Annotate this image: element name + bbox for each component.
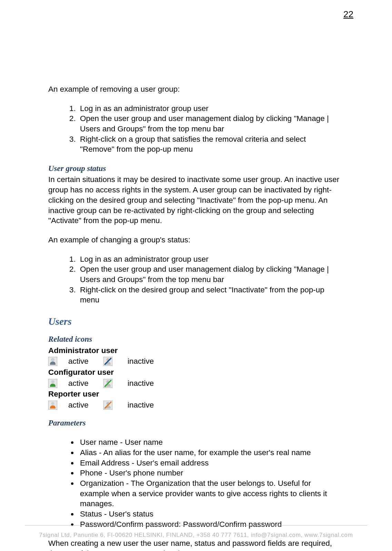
list-item: Open the user group and user management …: [78, 264, 341, 284]
list-item: Log in as an administrator group user: [78, 103, 341, 114]
paragraph: When creating a new user the user name, …: [48, 538, 341, 551]
admin-inactive-icon: [103, 357, 128, 366]
label-reporter-user: Reporter user: [48, 389, 341, 399]
config-inactive-icon: [103, 379, 128, 388]
heading-users: Users: [48, 315, 341, 328]
list-item: Organization - The Organization that the…: [78, 478, 341, 509]
list-item: Log in as an administrator group user: [78, 254, 341, 264]
label-configurator-user: Configurator user: [48, 367, 341, 378]
document-body: An example of removing a user group: Log…: [48, 84, 341, 551]
paragraph: An example of removing a user group:: [48, 84, 341, 94]
icon-row-reporter: active inactive: [48, 400, 341, 410]
list-item: User name - User name: [78, 437, 341, 448]
config-active-icon: [48, 379, 68, 388]
label-inactive: inactive: [128, 378, 154, 389]
reporter-active-icon: [48, 401, 68, 410]
list-item: Phone - User's phone number: [78, 468, 341, 478]
list-item: Alias - An alias for the user name, for …: [78, 448, 341, 458]
icon-row-admin: active inactive: [48, 356, 341, 367]
list-item: Email Address - User's email address: [78, 458, 341, 468]
label-active: active: [68, 356, 103, 367]
paragraph: An example of changing a group's status:: [48, 235, 341, 245]
list-item: Right-click on the desired group and sel…: [78, 285, 341, 305]
paragraph: In certain situations it may be desired …: [48, 174, 341, 226]
reporter-inactive-icon: [103, 401, 128, 410]
page-number: 22: [343, 9, 353, 20]
label-active: active: [68, 400, 103, 410]
list-item: Password/Confirm password: Password/Conf…: [78, 519, 341, 530]
heading-related-icons: Related icons: [48, 334, 341, 344]
heading-parameters: Parameters: [48, 418, 341, 428]
ordered-list: Log in as an administrator group user Op…: [48, 103, 341, 154]
label-administrator-user: Administrator user: [48, 345, 341, 356]
footer-text: 7signal Ltd, Panuntie 6, FI-00620 HELSIN…: [0, 532, 392, 539]
label-inactive: inactive: [128, 356, 154, 367]
label-inactive: inactive: [128, 400, 154, 410]
label-active: active: [68, 378, 103, 389]
icon-row-config: active inactive: [48, 378, 341, 389]
heading-user-group-status: User group status: [48, 163, 341, 174]
list-item: Status - User's status: [78, 509, 341, 519]
ordered-list: Log in as an administrator group user Op…: [48, 254, 341, 305]
admin-active-icon: [48, 357, 68, 366]
footer-divider: [25, 525, 367, 525]
list-item: Open the user group and user management …: [78, 113, 341, 134]
bullet-list: User name - User name Alias - An alias f…: [48, 437, 341, 529]
list-item: Right-click on a group that satisfies th…: [78, 134, 341, 154]
